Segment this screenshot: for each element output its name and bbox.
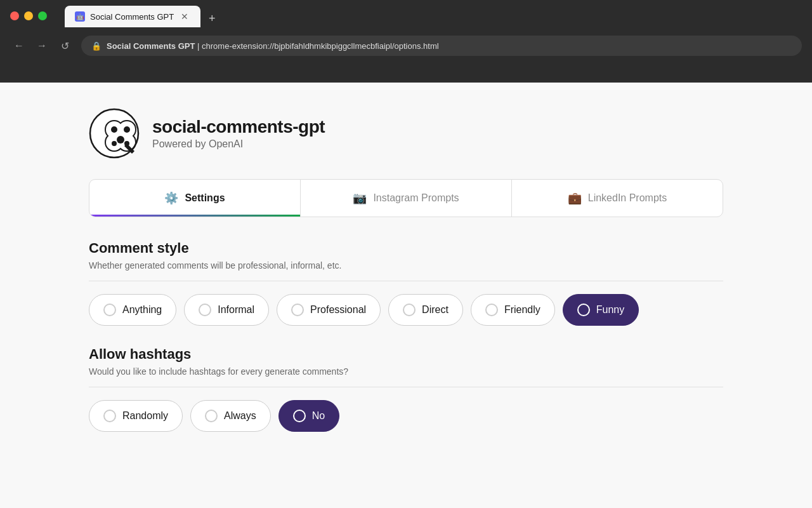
browser-tab[interactable]: 🤖 Social Comments GPT ✕ — [65, 6, 200, 27]
address-text: Social Comments GPT | chrome-extension:/… — [107, 41, 792, 51]
forward-button[interactable]: → — [33, 37, 51, 55]
hashtags-randomly-label: Randomly — [122, 410, 168, 422]
comment-style-professional[interactable]: Professional — [277, 294, 381, 326]
tab-instagram[interactable]: 📷 Instagram Prompts — [301, 180, 512, 217]
app-tagline: Powered by OpenAI — [152, 138, 325, 150]
minimize-traffic-light[interactable] — [24, 11, 33, 20]
hashtags-no-label: No — [312, 410, 325, 422]
comment-style-direct-label: Direct — [422, 304, 449, 316]
instagram-icon: 📷 — [353, 191, 367, 205]
allow-hashtags-section: Allow hashtags Would you like to include… — [89, 346, 723, 432]
browser-chrome: 🤖 Social Comments GPT ✕ + ← → ↺ 🔒 Social… — [0, 0, 812, 83]
address-bar: ← → ↺ 🔒 Social Comments GPT | chrome-ext… — [0, 32, 812, 60]
allow-hashtags-title: Allow hashtags — [89, 346, 723, 363]
hashtags-always[interactable]: Always — [190, 400, 271, 432]
svg-point-4 — [112, 141, 117, 146]
comment-style-options: Anything Informal Professional Direct — [89, 294, 723, 326]
radio-circle-funny: ✓ — [577, 304, 590, 316]
comment-style-section: Comment style Whether generated comments… — [89, 240, 723, 326]
reload-button[interactable]: ↺ — [56, 37, 74, 55]
comment-style-anything-label: Anything — [122, 304, 162, 316]
radio-circle-randomly — [103, 410, 116, 422]
radio-circle-anything — [103, 304, 116, 316]
address-brand: Social Comments GPT — [107, 41, 195, 51]
traffic-lights — [10, 11, 47, 20]
svg-point-2 — [124, 126, 130, 133]
comment-style-title: Comment style — [89, 240, 723, 257]
tab-settings-label: Settings — [185, 192, 225, 204]
comment-style-informal-label: Informal — [218, 304, 254, 316]
tab-instagram-label: Instagram Prompts — [373, 192, 459, 204]
comment-style-friendly[interactable]: Friendly — [471, 294, 555, 326]
radio-circle-no: ✓ — [293, 410, 306, 422]
radio-circle-professional — [291, 304, 304, 316]
comment-style-direct[interactable]: Direct — [388, 294, 463, 326]
tab-settings[interactable]: ⚙️ Settings — [89, 180, 301, 217]
allow-hashtags-options: Randomly Always ✓ No — [89, 400, 723, 432]
tab-linkedin[interactable]: 💼 LinkedIn Prompts — [512, 180, 723, 217]
linkedin-icon: 💼 — [568, 191, 582, 205]
svg-point-1 — [111, 126, 117, 133]
app-header: social-comments-gpt Powered by OpenAI — [89, 108, 723, 159]
close-traffic-light[interactable] — [10, 11, 19, 20]
maximize-traffic-light[interactable] — [38, 11, 47, 20]
comment-style-friendly-label: Friendly — [504, 304, 540, 316]
app-title: social-comments-gpt Powered by OpenAI — [152, 117, 325, 150]
address-separator: | — [197, 41, 202, 51]
radio-circle-informal — [199, 304, 211, 316]
comment-style-informal[interactable]: Informal — [184, 294, 269, 326]
new-tab-button[interactable]: + — [203, 10, 221, 27]
comment-style-funny[interactable]: ✓ Funny — [563, 294, 639, 326]
hashtags-no[interactable]: ✓ No — [278, 400, 339, 432]
comment-style-desc: Whether generated comments will be profe… — [89, 260, 723, 271]
app-name: social-comments-gpt — [152, 117, 325, 137]
security-icon: 🔒 — [91, 41, 102, 51]
address-input-bar[interactable]: 🔒 Social Comments GPT | chrome-extension… — [81, 36, 802, 56]
check-icon-no: ✓ — [296, 411, 303, 421]
radio-circle-friendly — [485, 304, 498, 316]
check-icon-funny: ✓ — [580, 305, 587, 315]
hashtags-always-label: Always — [224, 410, 256, 422]
tabs-bar: 🤖 Social Comments GPT ✕ + — [55, 4, 231, 27]
comment-style-divider — [89, 281, 723, 281]
comment-style-anything[interactable]: Anything — [89, 294, 176, 326]
comment-style-professional-label: Professional — [310, 304, 366, 316]
hashtags-randomly[interactable]: Randomly — [89, 400, 183, 432]
radio-circle-always — [205, 410, 218, 422]
radio-circle-direct — [403, 304, 416, 316]
tab-favicon: 🤖 — [75, 11, 85, 22]
allow-hashtags-desc: Would you like to include hashtags for e… — [89, 366, 723, 377]
browser-tab-label: Social Comments GPT — [90, 12, 174, 22]
allow-hashtags-divider — [89, 387, 723, 387]
address-path: chrome-extension://bjpbifahldhmkibpiggcl… — [202, 41, 439, 51]
tab-linkedin-label: LinkedIn Prompts — [588, 192, 667, 204]
settings-icon: ⚙️ — [164, 191, 178, 205]
tab-navigation: ⚙️ Settings 📷 Instagram Prompts 💼 Linked… — [89, 179, 723, 217]
app-logo — [89, 108, 140, 159]
svg-point-3 — [117, 136, 124, 144]
title-bar: 🤖 Social Comments GPT ✕ + — [0, 0, 812, 32]
nav-buttons: ← → ↺ — [10, 37, 74, 55]
page-content: social-comments-gpt Powered by OpenAI ⚙️… — [0, 83, 812, 508]
comment-style-funny-label: Funny — [596, 304, 624, 316]
back-button[interactable]: ← — [10, 37, 28, 55]
tab-close-button[interactable]: ✕ — [179, 11, 190, 22]
